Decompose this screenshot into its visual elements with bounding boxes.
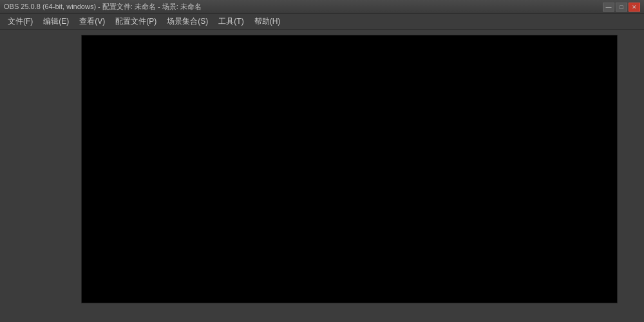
menu-item-file[interactable]: 文件(F) bbox=[3, 14, 38, 29]
close-button[interactable]: ✕ bbox=[629, 3, 640, 12]
main-area bbox=[0, 30, 644, 322]
menu-item-edit[interactable]: 编辑(E) bbox=[38, 14, 74, 29]
maximize-button[interactable]: □ bbox=[616, 3, 627, 12]
minimize-button[interactable]: — bbox=[603, 3, 614, 12]
window-controls: — □ ✕ bbox=[603, 3, 640, 12]
menu-item-view[interactable]: 查看(V) bbox=[74, 14, 110, 29]
menu-bar: 文件(F) 编辑(E) 查看(V) 配置文件(P) 场景集合(S) 工具(T) … bbox=[0, 14, 644, 30]
menu-item-tools[interactable]: 工具(T) bbox=[213, 14, 249, 29]
menu-item-scenecollection[interactable]: 场景集合(S) bbox=[162, 14, 213, 29]
menu-item-profile[interactable]: 配置文件(P) bbox=[110, 14, 162, 29]
title-bar: OBS 25.0.8 (64-bit, windows) - 配置文件: 未命名… bbox=[0, 0, 644, 14]
title-bar-text: OBS 25.0.8 (64-bit, windows) - 配置文件: 未命名… bbox=[4, 2, 202, 12]
menu-item-help[interactable]: 帮助(H) bbox=[249, 14, 286, 29]
preview-canvas bbox=[81, 35, 618, 303]
